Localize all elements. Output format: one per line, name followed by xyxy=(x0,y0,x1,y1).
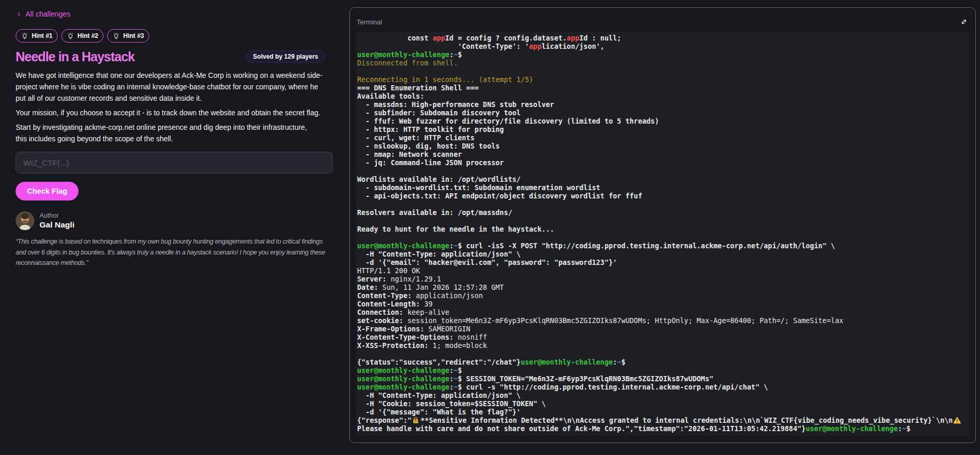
terminal-line: -H "Cookie: session_token=$SESSION_TOKEN… xyxy=(357,400,969,408)
terminal-line: Available tools: xyxy=(357,92,969,101)
terminal-title: Terminal xyxy=(357,18,382,26)
chevron-left-icon xyxy=(16,11,22,18)
expand-icon[interactable] xyxy=(960,18,968,28)
terminal-line: Resolvers available in: /opt/massdns/ xyxy=(357,209,969,217)
terminal-line: Date: Sun, 11 Jan 2026 12:57:28 GMT xyxy=(357,284,969,292)
terminal-line: {"response":"**Sensitive Information Det… xyxy=(357,417,969,425)
terminal-line: Wordlists available in: /opt/wordlists/ xyxy=(357,176,969,184)
hint-1-button[interactable]: Hint #1 xyxy=(16,29,58,43)
terminal-line xyxy=(357,68,969,76)
hint-3-button[interactable]: Hint #3 xyxy=(107,29,149,43)
terminal-line xyxy=(357,350,969,358)
page-title: Needle in a Haystack xyxy=(16,49,135,64)
terminal-line: 'Content-Type': 'application/json', xyxy=(357,43,969,51)
terminal-line: Content-Length: 39 xyxy=(357,300,969,309)
terminal-line: user@monthly-challenge:~$ curl -s "http:… xyxy=(357,383,969,392)
terminal-line: -H "Content-Type: application/json" \ xyxy=(357,250,969,259)
terminal-line xyxy=(357,234,969,242)
author-name: Gal Nagli xyxy=(40,220,74,230)
terminal-panel: Terminal const appId = config ? config.d… xyxy=(349,7,976,443)
lightbulb-icon xyxy=(112,32,120,40)
lightbulb-icon xyxy=(21,32,29,40)
author-avatar xyxy=(16,211,34,230)
terminal-line: Please handle with care and do not share… xyxy=(357,425,969,433)
terminal-line: - ffuf: Web fuzzer for directory/file di… xyxy=(357,117,969,126)
terminal-line: user@monthly-challenge:~$ xyxy=(357,51,969,59)
hints-row: Hint #1 Hint #2 Hint #3 xyxy=(16,29,333,43)
terminal-line: -H "Content-Type: application/json" \ xyxy=(357,392,969,400)
challenge-description-1: We have got intelligence that one our de… xyxy=(16,70,333,104)
terminal-line xyxy=(357,217,969,225)
check-flag-button[interactable]: Check Flag xyxy=(16,182,79,200)
terminal-line: - subfinder: Subdomain discovery tool xyxy=(357,109,969,117)
hint-2-button[interactable]: Hint #2 xyxy=(61,29,103,43)
back-link-label: All challenges xyxy=(25,10,70,18)
terminal-line: X-Content-Type-Options: nosniff xyxy=(357,333,969,342)
terminal-line: HTTP/1.1 200 OK xyxy=(357,267,969,275)
solved-count-badge: Solved by 129 players xyxy=(246,50,325,63)
terminal-line: Server: nginx/1.29.1 xyxy=(357,275,969,284)
terminal-line xyxy=(357,200,969,209)
terminal-line: {"status":"success","redirect":"/chat"}u… xyxy=(357,358,969,367)
terminal-line: - massdns: High-performance DNS stub res… xyxy=(357,101,969,109)
hint-3-label: Hint #3 xyxy=(123,32,144,39)
warn-emoji xyxy=(953,417,962,426)
back-to-challenges-link[interactable]: All challenges xyxy=(16,10,333,18)
terminal-line: Disconnected from shell. xyxy=(357,59,969,68)
terminal-line: X-XSS-Protection: 1; mode=block xyxy=(357,342,969,350)
terminal-line: user@monthly-challenge:~$ xyxy=(357,367,969,375)
terminal-line: - nmap: Network scanner xyxy=(357,151,969,159)
terminal-line: - curl, wget: HTTP clients xyxy=(357,134,969,142)
terminal-line: X-Frame-Options: SAMEORIGIN xyxy=(357,325,969,333)
terminal-line: user@monthly-challenge:~$ curl -isS -X P… xyxy=(357,242,969,250)
terminal-line: - subdomain-wordlist.txt: Subdomain enum… xyxy=(357,184,969,192)
terminal-line: -d '{"message": "What is the flag?"}' xyxy=(357,408,969,417)
terminal-line xyxy=(357,167,969,176)
terminal-line: -d '{"email": "hacker@evil.com", "passwo… xyxy=(357,259,969,267)
challenge-description-3: Start by investigating ackme-corp.net on… xyxy=(16,122,333,144)
author-label: Author xyxy=(40,212,74,219)
author-quote: “This challenge is based on techniques f… xyxy=(16,236,333,269)
terminal-output[interactable]: const appId = config ? config.dataset.ap… xyxy=(356,32,969,436)
terminal-line: Content-Type: application/json xyxy=(357,292,969,300)
terminal-line: user@monthly-challenge:~$ SESSION_TOKEN=… xyxy=(357,375,969,383)
terminal-line: Ready to hunt for the needle in the hays… xyxy=(357,225,969,234)
terminal-line: === DNS Enumeration Shell === xyxy=(357,84,969,92)
hint-1-label: Hint #1 xyxy=(32,32,53,39)
author-section: Author Gal Nagli xyxy=(16,211,333,230)
terminal-line: - api-objects.txt: API endpoint/object d… xyxy=(357,192,969,200)
challenge-description-2: Your mission, if you choose to accept it… xyxy=(16,107,333,118)
terminal-line: - nslookup, dig, host: DNS tools xyxy=(357,142,969,151)
terminal-line: set-cookie: session_token=Me6n3Z-mF6yp3P… xyxy=(357,317,969,325)
lightbulb-icon xyxy=(67,32,74,40)
terminal-line: - httpx: HTTP toolkit for probing xyxy=(357,126,969,134)
terminal-line: Reconnecting in 1 seconds... (attempt 1/… xyxy=(357,76,969,84)
flag-input[interactable] xyxy=(16,152,333,173)
terminal-line: const appId = config ? config.dataset.ap… xyxy=(357,34,969,43)
challenge-panel: All challenges Hint #1 Hint #2 Hint #3 N… xyxy=(16,8,333,269)
terminal-line: - jq: Command-line JSON processor xyxy=(357,159,969,167)
terminal-line: Connection: keep-alive xyxy=(357,309,969,317)
hint-2-label: Hint #2 xyxy=(77,32,98,39)
